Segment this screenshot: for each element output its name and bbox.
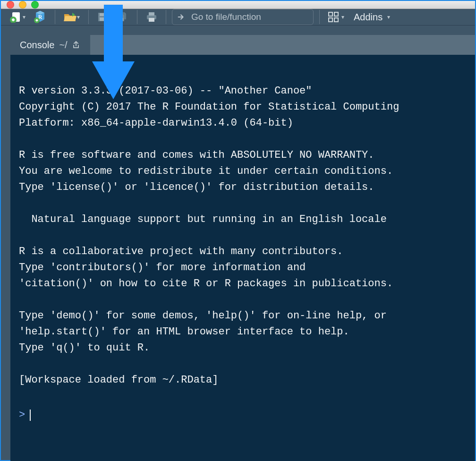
toolbar-separator bbox=[88, 10, 89, 24]
minimize-window-button[interactable] bbox=[19, 1, 26, 9]
console-tab-label: Console bbox=[20, 40, 54, 51]
console-prompt[interactable]: > bbox=[19, 407, 467, 423]
toolbar-separator bbox=[55, 10, 55, 24]
folder-open-icon bbox=[64, 12, 77, 22]
main-toolbar: ▾ R ▾ bbox=[1, 9, 475, 26]
save-icon bbox=[97, 12, 108, 22]
svg-rect-13 bbox=[149, 12, 154, 16]
print-button[interactable] bbox=[143, 9, 160, 25]
new-file-icon bbox=[9, 11, 23, 23]
save-button[interactable] bbox=[94, 9, 110, 25]
zoom-window-button[interactable] bbox=[31, 1, 39, 9]
console-tab[interactable]: Console ~/ bbox=[10, 35, 90, 55]
titlebar bbox=[1, 0, 475, 9]
svg-rect-17 bbox=[329, 18, 332, 22]
toolbar-separator bbox=[137, 10, 137, 24]
svg-rect-16 bbox=[334, 12, 338, 16]
save-all-button[interactable] bbox=[113, 9, 131, 25]
new-project-icon: R bbox=[34, 11, 46, 23]
chevron-down-icon: ▾ bbox=[387, 14, 390, 20]
svg-rect-10 bbox=[118, 15, 122, 17]
goto-input[interactable] bbox=[190, 11, 306, 23]
open-file-button[interactable]: ▾ bbox=[61, 9, 83, 25]
prompt-symbol: > bbox=[19, 407, 25, 423]
close-window-button[interactable] bbox=[7, 1, 14, 9]
svg-rect-15 bbox=[329, 12, 332, 16]
grid-button[interactable]: ▾ bbox=[325, 9, 347, 25]
toolbar-separator bbox=[166, 10, 166, 24]
svg-rect-3 bbox=[13, 18, 14, 21]
addins-menu[interactable]: Addins ▾ bbox=[350, 12, 394, 23]
print-icon bbox=[146, 12, 157, 22]
svg-rect-8 bbox=[100, 13, 104, 16]
console-tabstrip: Console ~/ bbox=[10, 35, 475, 55]
svg-rect-7 bbox=[36, 19, 37, 22]
popout-icon[interactable] bbox=[72, 41, 81, 49]
svg-rect-11 bbox=[118, 18, 123, 21]
cursor bbox=[30, 410, 31, 421]
goto-file-function[interactable] bbox=[172, 9, 314, 25]
svg-rect-9 bbox=[100, 17, 105, 21]
console-working-dir: ~/ bbox=[59, 40, 67, 51]
pane-area: Console ~/ R version 3.3.3 (2017-03-06) … bbox=[1, 26, 475, 461]
save-all-icon bbox=[116, 11, 128, 23]
chevron-down-icon: ▾ bbox=[77, 14, 80, 20]
addins-label: Addins bbox=[354, 12, 382, 23]
grid-icon bbox=[328, 12, 339, 22]
new-file-button[interactable]: ▾ bbox=[7, 9, 28, 25]
rstudio-window: ▾ R ▾ bbox=[0, 0, 476, 461]
new-project-button[interactable]: R bbox=[31, 9, 49, 25]
chevron-down-icon: ▾ bbox=[341, 14, 344, 20]
console-pane: Console ~/ R version 3.3.3 (2017-03-06) … bbox=[10, 35, 475, 461]
svg-rect-14 bbox=[149, 18, 154, 22]
svg-rect-18 bbox=[334, 18, 338, 22]
chevron-down-icon: ▾ bbox=[23, 14, 26, 20]
console-output[interactable]: R version 3.3.3 (2017-03-06) -- "Another… bbox=[10, 55, 475, 461]
goto-arrow-icon bbox=[177, 12, 186, 22]
toolbar-separator bbox=[319, 10, 320, 24]
console-text: R version 3.3.3 (2017-03-06) -- "Another… bbox=[19, 85, 399, 386]
